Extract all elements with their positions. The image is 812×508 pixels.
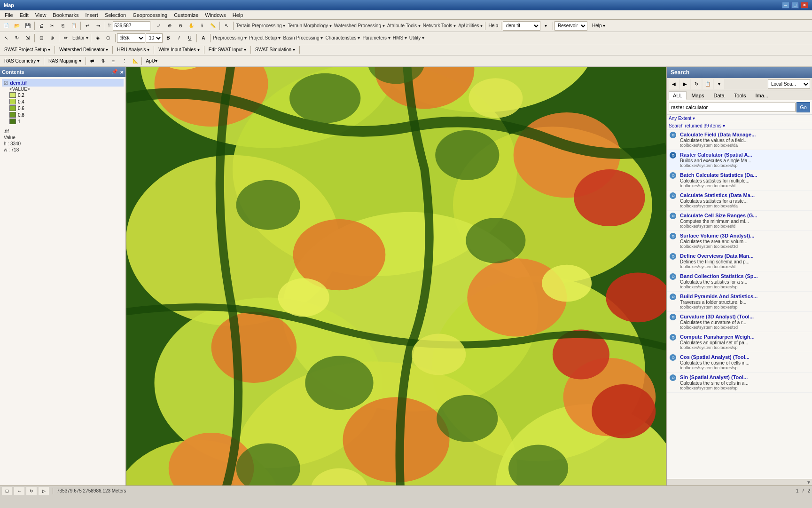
ras-extra-btn-1[interactable]: ⇌ [87,56,97,66]
new-map-button[interactable]: 📄 [1,21,11,31]
italic-btn[interactable]: I [174,33,184,43]
scale-btn[interactable]: ⇲ [23,33,33,43]
dem-options-button[interactable]: ▾ [541,21,551,31]
modify-edge-btn[interactable]: ⬡ [103,33,114,43]
map-area[interactable] [126,67,666,485]
search-refresh-button[interactable]: ↻ [691,79,702,89]
select-elements-btn[interactable]: ↖ [1,33,11,43]
identify-button[interactable]: ℹ [197,21,207,31]
open-button[interactable]: 📂 [12,21,22,31]
panel-scrollbar-bottom[interactable]: ▼ [667,479,812,485]
search-forward-button[interactable]: ▶ [680,79,690,89]
preprocessing-btn-2[interactable]: Preprocessing ▾ [212,35,248,40]
basin-proc-btn[interactable]: Basin Processing ▾ [282,35,324,40]
close-button[interactable]: ✕ [801,2,808,8]
undo-button[interactable]: ↩ [82,21,93,31]
watershed-delineator-btn[interactable]: Watershed Delineator ▾ [56,45,111,55]
result-item-9[interactable]: ⚙ Curvature (3D Analyst) (Tool... Calcul… [667,312,812,332]
print-button[interactable]: 🖨 [36,21,47,31]
help-btn-2[interactable]: Help ▾ [591,21,607,31]
redo-button[interactable]: ↪ [93,21,103,31]
menu-file[interactable]: File [2,11,16,19]
draw-btn[interactable]: ✏ [61,33,71,43]
minimize-button[interactable]: ─ [782,2,789,8]
copy-button[interactable]: ⎘ [58,21,68,31]
search-scope-select[interactable]: Local Sea... [768,79,810,89]
result-item-12[interactable]: ⚙ Sin (Spatial Analyst) (Tool... Calcula… [667,373,812,393]
swat-simulation-btn[interactable]: SWAT Simulation ▾ [252,45,298,55]
swat-project-setup-btn[interactable]: SWAT Project Setup ▾ [1,45,54,55]
font-size-select[interactable]: 10 [146,33,163,43]
search-back-button[interactable]: ◀ [669,79,679,89]
status-pan-btn[interactable]: ↔ [14,487,24,495]
reservoir-select[interactable]: Reservoir [554,21,587,31]
ras-extra-btn-5[interactable]: 📐 [130,56,141,66]
status-zoom-btn[interactable]: ⊡ [2,487,12,495]
result-item-2[interactable]: ⚙ Batch Calculate Statistics (Da... Calc… [667,170,812,190]
result-item-1[interactable]: ⚙ Raster Calculator (Spatial A... Builds… [667,150,812,170]
tab-ima[interactable]: Ima... [751,91,773,100]
search-go-button[interactable]: Go [796,102,810,112]
menu-customize[interactable]: Customize [171,11,201,19]
result-item-11[interactable]: ⚙ Cos (Spatial Analyst) (Tool... Calcula… [667,352,812,373]
result-item-6[interactable]: ⚙ Define Overviews (Data Man... Defines … [667,251,812,271]
search-options-button[interactable]: ▾ [714,79,724,89]
apu-btn[interactable]: ApU▾ [143,56,161,66]
scale-input[interactable] [113,21,150,31]
search-copy-button[interactable]: 📋 [703,79,713,89]
paste-button[interactable]: 📋 [69,21,79,31]
menu-view[interactable]: View [32,11,49,19]
font-color-btn[interactable]: A [198,33,209,43]
ras-geometry-btn[interactable]: RAS Geometry ▾ [1,56,43,66]
utility-btn[interactable]: Utility ▾ [408,35,425,40]
menu-bookmarks[interactable]: Bookmarks [50,11,81,19]
tab-data[interactable]: Data [709,91,728,100]
menu-selection[interactable]: Selection [102,11,129,19]
bold-btn[interactable]: B [163,33,173,43]
select-button[interactable]: ↖ [221,21,232,31]
ras-mapping-btn[interactable]: RAS Mapping ▾ [45,56,84,66]
menu-edit[interactable]: Edit [17,11,31,19]
write-input-tables-btn[interactable]: Write Input Tables ▾ [155,45,203,55]
ras-extra-btn-2[interactable]: ⇅ [98,56,108,66]
result-item-5[interactable]: ⚙ Surface Volume (3D Analyst)... Calcula… [667,231,812,251]
results-count-text[interactable]: Search returned 39 items ▾ [669,123,725,128]
menu-help[interactable]: Help [230,11,246,19]
status-refresh-btn[interactable]: ↻ [26,487,37,495]
parameters-btn[interactable]: Parameters ▾ [361,35,391,40]
menu-geoprocessing[interactable]: Geoprocessing [130,11,170,19]
pan-button[interactable]: ✋ [186,21,196,31]
measure-button[interactable]: 📏 [208,21,218,31]
full-extent-btn[interactable]: ⊕ [47,33,57,43]
vertex-btn[interactable]: ◈ [93,33,103,43]
zoom-in-button[interactable]: ⊕ [164,21,175,31]
result-item-7[interactable]: ⚙ Band Collection Statistics (Sp... Calc… [667,271,812,292]
result-item-3[interactable]: ⚙ Calculate Statistics (Data Ma... Calcu… [667,190,812,211]
menu-insert[interactable]: Insert [82,11,101,19]
tab-maps[interactable]: Maps [687,91,709,100]
layer-item-dem[interactable]: ☑ dem.tif [2,79,124,87]
hru-analysis-btn[interactable]: HRU Analysis ▾ [114,45,153,55]
rotate-btn[interactable]: ↻ [12,33,22,43]
menu-windows[interactable]: Windows [202,11,229,19]
maximize-button[interactable]: □ [791,2,799,8]
pin-button[interactable]: 📌 [111,69,118,76]
ras-extra-btn-3[interactable]: ≡ [109,56,119,66]
project-setup-btn[interactable]: Project Setup ▾ [248,35,282,40]
result-item-10[interactable]: ⚙ Compute Pansharpen Weigh... Calculates… [667,332,812,352]
font-family-select[interactable]: 宋体 [117,33,145,43]
status-arrow-btn[interactable]: ▷ [39,487,49,495]
underline-btn[interactable]: U [185,33,195,43]
tab-all[interactable]: ALL [669,91,687,100]
results-list[interactable]: ⚙ Calculate Field (Data Manage... Calcul… [667,130,812,479]
result-item-8[interactable]: ⚙ Build Pyramids And Statistics... Trave… [667,292,812,312]
zoom-to-layer-btn[interactable]: ⊡ [36,33,47,43]
save-button[interactable]: 💾 [23,21,33,31]
edit-swat-input-btn[interactable]: Edit SWAT Input ▾ [205,45,250,55]
cut-button[interactable]: ✂ [47,21,57,31]
tab-tools[interactable]: Tools [730,91,750,100]
editor-dropdown[interactable]: Editor ▾ [71,35,89,40]
ras-extra-btn-4[interactable]: ⋮ [119,56,130,66]
hms-btn[interactable]: HMS ▾ [392,35,408,40]
result-item-0[interactable]: ⚙ Calculate Field (Data Manage... Calcul… [667,130,812,150]
